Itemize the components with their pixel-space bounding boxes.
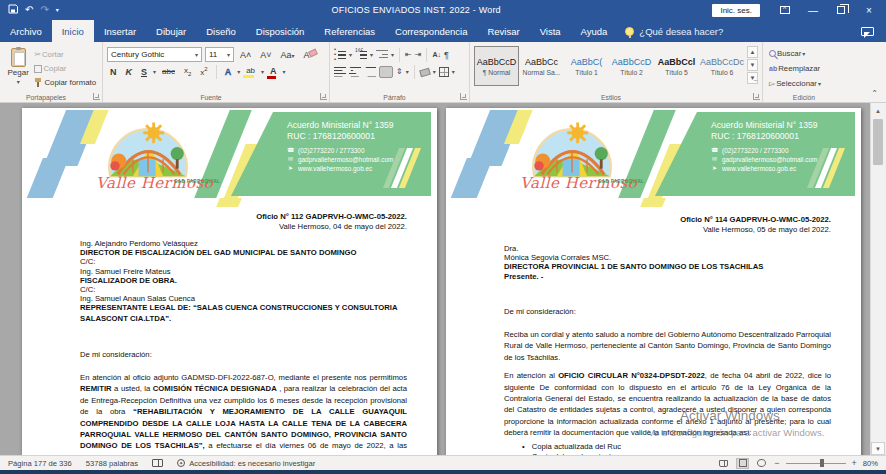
scroll-down-icon[interactable]: ▼ bbox=[871, 442, 885, 455]
bullets-icon[interactable] bbox=[334, 50, 346, 60]
font-dialog-launcher-icon[interactable] bbox=[320, 93, 327, 100]
tab-dibujar[interactable]: Dibujar bbox=[146, 20, 196, 42]
document-canvas[interactable]: Acuerdo Ministerial N° 1359 RUC : 176812… bbox=[0, 103, 886, 455]
align-left-icon[interactable] bbox=[334, 67, 346, 77]
text-effects-button[interactable]: A bbox=[222, 66, 235, 78]
highlight-color-button[interactable]: ab bbox=[243, 65, 258, 78]
letter-content-2[interactable]: Oficio N° 114 GADPRVH-O-WMC-05-2022. Val… bbox=[504, 108, 831, 455]
proofing-icon[interactable] bbox=[152, 459, 163, 467]
tab-revisar[interactable]: Revisar bbox=[477, 20, 529, 42]
tab-ayuda[interactable]: Ayuda bbox=[571, 20, 618, 42]
tab-referencias[interactable]: Referencias bbox=[314, 20, 385, 42]
ribbon-display-options-icon[interactable] bbox=[772, 1, 798, 19]
close-button[interactable]: × bbox=[856, 1, 882, 19]
vertical-scrollbar[interactable]: ▲ ▼ bbox=[870, 103, 886, 455]
bold-button[interactable]: N bbox=[107, 66, 120, 78]
styles-more-icon[interactable]: ▼̲ bbox=[747, 72, 758, 84]
tab-inicio[interactable]: Inicio bbox=[52, 20, 94, 42]
letter-body: De mi consideración: En atención al ofic… bbox=[80, 350, 407, 455]
multilevel-list-icon[interactable] bbox=[376, 50, 388, 60]
decrease-indent-icon[interactable]: ⇤ bbox=[405, 50, 412, 59]
borders-icon[interactable] bbox=[439, 67, 449, 77]
minimize-button[interactable]: — bbox=[800, 1, 826, 19]
letter-content-1[interactable]: Oficio N° 112 GADPRVH-O-WMC-05-2022. Val… bbox=[80, 108, 407, 455]
style-normal[interactable]: AaBbCcD ¶ Normal bbox=[474, 46, 519, 86]
document-page-2[interactable]: Acuerdo Ministerial N° 1359 RUC : 176812… bbox=[446, 108, 861, 455]
style-titulo-6[interactable]: AaBbCcDc Título 6 bbox=[699, 46, 745, 86]
tab-correspondencia[interactable]: Correspondencia bbox=[385, 20, 477, 42]
paragraph-dialog-launcher-icon[interactable] bbox=[460, 93, 467, 100]
numbering-icon[interactable] bbox=[355, 50, 367, 60]
zoom-out-icon[interactable]: − bbox=[774, 458, 779, 468]
increase-indent-icon[interactable]: ⇥ bbox=[415, 50, 422, 59]
style-titulo-1[interactable]: AaBbC( Título 1 bbox=[564, 46, 609, 86]
style-titulo-2[interactable]: AaBbCcD Título 2 bbox=[609, 46, 654, 86]
font-color-button[interactable]: A bbox=[267, 65, 280, 79]
select-button[interactable]: ▻ Seleccionar▾ bbox=[767, 77, 851, 90]
shrink-font-button[interactable]: A˅ bbox=[257, 49, 274, 61]
collapse-ribbon-icon[interactable]: ⌃ bbox=[871, 89, 878, 98]
select-cursor-icon: ▻ bbox=[769, 79, 775, 88]
document-page-1[interactable]: Acuerdo Ministerial N° 1359 RUC : 176812… bbox=[22, 108, 437, 455]
styles-scroll-down-icon[interactable]: ▼ bbox=[747, 59, 758, 71]
paste-caret-icon[interactable]: ▾ bbox=[17, 78, 20, 85]
subscript-button[interactable]: x2 bbox=[181, 65, 194, 78]
zoom-level[interactable]: 80% bbox=[863, 459, 878, 468]
zoom-slider[interactable] bbox=[786, 463, 846, 464]
strikethrough-button[interactable]: abc bbox=[159, 66, 178, 77]
customize-qat-icon[interactable]: ▾ bbox=[56, 5, 59, 15]
comments-icon[interactable] bbox=[861, 27, 874, 36]
word-count[interactable]: 53788 palabras bbox=[86, 459, 138, 468]
tab-diseno[interactable]: Diseño bbox=[196, 20, 246, 42]
font-family-combo[interactable]: Century Gothic▾ bbox=[107, 47, 202, 62]
page-indicator[interactable]: Página 177 de 336 bbox=[8, 459, 72, 468]
italic-button[interactable]: K bbox=[123, 66, 136, 78]
web-layout-icon[interactable] bbox=[755, 458, 768, 469]
scrollbar-thumb[interactable] bbox=[873, 119, 883, 165]
redo-icon[interactable]: ↷ bbox=[40, 5, 48, 15]
accessibility-status[interactable]: ✦ Accesibilidad: es necesario investigar bbox=[177, 459, 315, 468]
zoom-in-icon[interactable]: + bbox=[852, 458, 857, 468]
tab-archivo[interactable]: Archivo bbox=[0, 20, 52, 42]
scroll-up-icon[interactable]: ▲ bbox=[871, 104, 885, 117]
tell-me-box[interactable]: ¿Qué desea hacer? bbox=[617, 20, 731, 42]
tab-disposicion[interactable]: Disposición bbox=[246, 20, 315, 42]
find-button[interactable]: Buscar▾ bbox=[767, 47, 851, 60]
tab-vista[interactable]: Vista bbox=[530, 20, 571, 42]
replace-button[interactable]: ab Reemplazar bbox=[767, 62, 851, 75]
style-titulo-5[interactable]: AaBbCcl Título 5 bbox=[654, 46, 699, 86]
justify-icon[interactable] bbox=[379, 66, 393, 78]
undo-icon[interactable]: ↶ bbox=[25, 5, 33, 15]
change-case-button[interactable]: Aa▾ bbox=[278, 49, 298, 61]
cut-button[interactable]: ✂ Cortar bbox=[32, 48, 98, 61]
tab-insertar[interactable]: Insertar bbox=[94, 20, 146, 42]
style-normal-sa[interactable]: AaBbCc Normal Sa... bbox=[519, 46, 564, 86]
copy-button[interactable]: Copiar bbox=[32, 62, 98, 75]
line-spacing-icon[interactable]: ⇕ bbox=[396, 67, 403, 76]
print-layout-icon[interactable] bbox=[736, 458, 749, 469]
show-marks-icon[interactable]: ¶ bbox=[444, 50, 449, 60]
read-mode-icon[interactable] bbox=[717, 458, 730, 469]
underline-button[interactable]: S bbox=[138, 66, 150, 78]
restore-button[interactable] bbox=[828, 1, 854, 19]
search-icon bbox=[769, 50, 776, 57]
sign-in-button[interactable]: Inic. ses. bbox=[712, 4, 760, 17]
paste-button[interactable]: Pegar ▾ bbox=[4, 46, 32, 89]
underline-caret-icon[interactable]: ▾ bbox=[153, 68, 156, 75]
sort-icon[interactable]: A↓ bbox=[432, 51, 441, 58]
clear-formatting-button[interactable]: A bbox=[301, 49, 313, 61]
grow-font-button[interactable]: A˄ bbox=[237, 49, 254, 61]
salutation: De mi consideración: bbox=[80, 350, 407, 359]
shading-icon[interactable] bbox=[419, 68, 430, 77]
save-icon[interactable] bbox=[8, 4, 18, 16]
zoom-slider-thumb[interactable] bbox=[820, 459, 824, 467]
clipboard-dialog-launcher-icon[interactable] bbox=[93, 93, 100, 100]
align-center-icon[interactable] bbox=[349, 67, 361, 77]
align-right-icon[interactable] bbox=[364, 67, 376, 77]
styles-dialog-launcher-icon[interactable] bbox=[753, 93, 760, 100]
styles-scroll-up-icon[interactable]: ▲ bbox=[747, 46, 758, 58]
font-size-combo[interactable]: 11▾ bbox=[205, 47, 234, 62]
format-painter-button[interactable]: Copiar formato bbox=[32, 76, 98, 89]
oficio-number: Oficio N° 112 GADPRVH-O-WMC-05-2022. bbox=[256, 212, 407, 221]
superscript-button[interactable]: x2 bbox=[197, 65, 210, 78]
